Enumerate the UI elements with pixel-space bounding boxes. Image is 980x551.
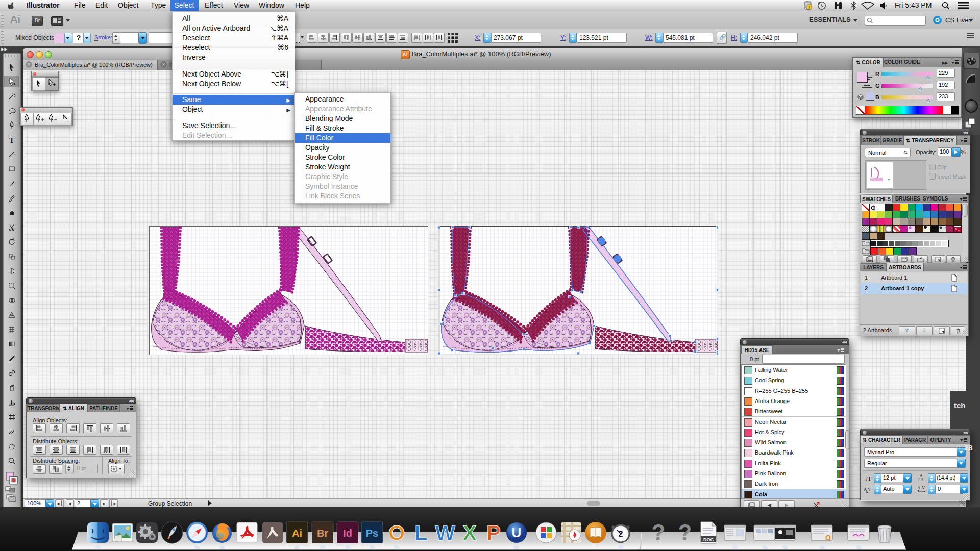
svg-text:A: A <box>864 487 867 492</box>
svg-text:V: V <box>868 487 871 492</box>
svg-text:!: ! <box>808 5 810 10</box>
svg-text:T: T <box>9 136 14 144</box>
svg-text:A: A <box>917 485 921 490</box>
svg-text:Id: Id <box>343 528 352 539</box>
svg-text:Ai: Ai <box>292 528 302 539</box>
svg-text:Br: Br <box>317 528 328 539</box>
svg-text:DOC: DOC <box>703 537 714 542</box>
svg-text:L: L <box>414 521 428 544</box>
svg-text:X: X <box>462 521 477 544</box>
svg-text:2: 2 <box>619 530 623 538</box>
svg-text:Ps: Ps <box>366 528 378 539</box>
svg-text:W: W <box>435 521 455 544</box>
svg-text:O: O <box>388 521 405 544</box>
svg-text:?: ? <box>678 521 692 544</box>
svg-text:U: U <box>512 525 522 540</box>
svg-text:P: P <box>486 521 501 544</box>
svg-text:A: A <box>921 478 924 482</box>
svg-text:I: I <box>918 478 920 482</box>
svg-text:?: ? <box>652 521 666 544</box>
svg-text:V: V <box>922 485 925 490</box>
